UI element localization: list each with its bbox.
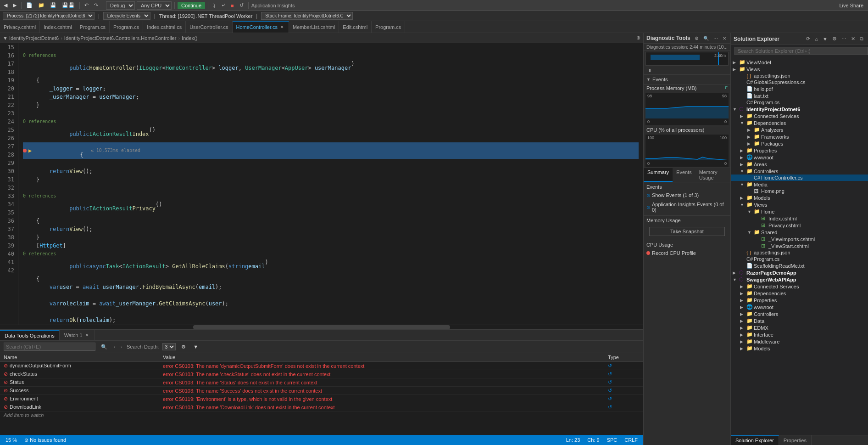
tree-viewstart[interactable]: ⊞ _ViewStart.cshtml <box>731 242 868 249</box>
tree-media[interactable]: ▼ 📁 Media <box>731 181 868 188</box>
tree-scaffolding[interactable]: 📄 ScaffoldingReadMe.txt <box>731 262 868 269</box>
tree-packages[interactable]: ▶ 📁 Packages <box>731 140 868 147</box>
tree-home-folder[interactable]: ▼ 📁 Home <box>731 208 868 215</box>
process-dropdown[interactable]: Process: [2172] IdentityProjectDotnet6.e… <box>3 12 95 20</box>
tab-homecontroller-cs[interactable]: HomeController.cs ✕ <box>233 21 289 33</box>
lifecycle-dropdown[interactable]: Lifecycle Events <box>103 12 150 20</box>
tab-data-tools[interactable]: Data Tools Operations <box>0 330 60 340</box>
watch-row-add[interactable]: Add item to watch <box>0 411 643 419</box>
cpu-dropdown[interactable]: Any CPU <box>137 1 172 10</box>
tab-index-cshtml[interactable]: Index.cshtml <box>40 21 76 33</box>
sol-more-btn[interactable]: ⋯ <box>840 35 848 43</box>
tree-views[interactable]: ▼ 📁 Views <box>731 201 868 208</box>
tab-privacy-cshtml[interactable]: Privacy.cshtml <box>0 21 40 33</box>
tree-privacy-cshtml[interactable]: ⊞ Privacy.cshtml <box>731 222 868 229</box>
record-cpu-btn[interactable]: Record CPU Profile <box>646 249 728 257</box>
tree-analyzers[interactable]: ▶ 📁 Analyzers <box>731 126 868 133</box>
tab-close-homecontroller[interactable]: ✕ <box>279 24 285 30</box>
tree-program-cs-top[interactable]: C# Program.cs <box>731 99 868 106</box>
tree-frameworks[interactable]: ▶ 📁 Frameworks <box>731 133 868 140</box>
sol-close-btn[interactable]: ✕ <box>849 35 857 43</box>
tree-swagger-connected[interactable]: ▶ 📁 Connected Services <box>731 283 868 290</box>
sol-tab-solution-explorer[interactable]: Solution Explorer <box>731 435 779 445</box>
redo-btn[interactable]: ↷ <box>92 1 100 9</box>
tree-razor-project[interactable]: ▶ ⬡ RazorPageDemoApp <box>731 269 868 276</box>
open-btn[interactable]: 📁 <box>36 1 46 9</box>
breadcrumb-part1[interactable]: ▼ IdentityProjectDotnet6 <box>3 35 59 41</box>
tree-viewmodel[interactable]: ▶ 📁 ViewModel <box>731 59 868 66</box>
depth-select[interactable]: 3 <box>162 343 176 350</box>
tree-program-cs[interactable]: C# Program.cs <box>731 256 868 262</box>
sol-float-btn[interactable]: ⧉ <box>858 35 865 43</box>
pause-events-btn[interactable]: ⏸ <box>646 68 654 73</box>
tree-swagger-wwwroot[interactable]: ▶ 🌐 wwwroot <box>731 304 868 310</box>
diag-tab-events[interactable]: Events <box>673 168 696 182</box>
tree-swagger-deps[interactable]: ▶ 📁 Dependencies <box>731 290 868 297</box>
diag-tab-memory[interactable]: Memory Usage <box>696 168 730 182</box>
watch-search-btn[interactable]: 🔍 <box>99 343 109 351</box>
watch-settings-btn[interactable]: ⚙ <box>179 343 188 351</box>
tree-swagger-middleware[interactable]: ▶ 📁 Middleware <box>731 338 868 345</box>
debug-dropdown[interactable]: Debug <box>106 1 135 10</box>
tree-connected-services[interactable]: ▶ 📁 Connected Services <box>731 113 868 119</box>
line-number[interactable]: Ln: 23 <box>564 437 582 443</box>
diag-search-btn[interactable]: 🔍 <box>702 35 710 41</box>
diag-close-btn[interactable]: ✕ <box>721 35 728 41</box>
no-issues[interactable]: ⊘ No issues found <box>22 437 68 443</box>
tree-swagger-controllers[interactable]: ▶ 📁 Controllers <box>731 310 868 317</box>
show-events-row[interactable]: ⊙ Show Events (1 of 3) <box>646 192 728 199</box>
sol-tab-properties[interactable]: Properties <box>779 435 812 445</box>
save-btn[interactable]: 💾 <box>48 1 58 9</box>
tab-edit-cshtml[interactable]: Edit.cshtml <box>339 21 372 33</box>
tree-areas[interactable]: ▶ 📁 Areas <box>731 161 868 168</box>
sol-filter-btn[interactable]: ▼ <box>821 35 829 43</box>
zoom-level[interactable]: 15 % <box>4 437 19 443</box>
undo-btn[interactable]: ↶ <box>83 1 90 9</box>
h-scrollbar[interactable] <box>0 325 643 329</box>
tree-wwwroot[interactable]: ▶ 🌐 wwwroot <box>731 154 868 161</box>
save-all-btn[interactable]: 💾💾 <box>60 1 77 9</box>
tree-controllers[interactable]: ▼ 📁 Controllers <box>731 168 868 175</box>
sol-search-input[interactable] <box>734 47 868 55</box>
watch-filter-btn[interactable]: ▼ <box>191 343 200 350</box>
tree-dependencies[interactable]: ▼ 📁 Dependencies <box>731 119 868 126</box>
tree-homecontroller[interactable]: C# HomeController.cs <box>731 175 868 181</box>
stack-frame-dropdown[interactable]: Stack Frame: IdentityProjectDotnet6.Cont… <box>261 12 353 20</box>
stop-btn[interactable]: ■ <box>229 2 236 9</box>
breadcrumb-part3[interactable]: Index() <box>182 35 197 41</box>
watch-search-input[interactable] <box>4 343 95 351</box>
take-snapshot-btn[interactable]: Take Snapshot <box>649 227 725 236</box>
new-file-btn[interactable]: 📄 <box>24 1 34 9</box>
sol-settings-btn[interactable]: ⚙ <box>830 35 839 43</box>
tree-swagger-edmx[interactable]: ▶ 📁 EDMX <box>731 324 868 331</box>
tree-global-suppressions[interactable]: C# GlobalSuppressions.cs <box>731 79 868 85</box>
tree-last-txt[interactable]: 📄 last.txt <box>731 92 868 99</box>
tree-hello-pdf[interactable]: 📄 hello.pdf <box>731 85 868 92</box>
tree-properties[interactable]: ▶ 📁 Properties <box>731 147 868 154</box>
step-into-btn[interactable]: ⤶ <box>219 1 227 9</box>
tab-program-cs-2[interactable]: Program.cs <box>110 21 143 33</box>
app-insights-row[interactable]: ⊙ Application Insights Events (0 of 0) <box>646 201 728 214</box>
tree-identity-project[interactable]: ▼ ⬡ IdentityProjectDotnet6 <box>731 106 868 113</box>
diag-tab-summary[interactable]: Summary <box>644 168 673 182</box>
spacing-type[interactable]: SPC <box>605 437 619 443</box>
continue-btn[interactable]: Continue <box>178 2 205 9</box>
tree-swagger-properties[interactable]: ▶ 📁 Properties <box>731 297 868 304</box>
diag-settings-btn[interactable]: ⚙ <box>693 35 700 41</box>
char-number[interactable]: Ch: 9 <box>585 437 601 443</box>
sol-sync-btn[interactable]: ⟳ <box>804 35 812 43</box>
code-content[interactable]: 0 references public HomeController(ILogg… <box>18 43 643 325</box>
tab-memberlist-cshtml[interactable]: MemberList.cshtml <box>289 21 339 33</box>
events-section-header[interactable]: ▼ Events <box>644 75 730 84</box>
scrollbar-thumb[interactable] <box>193 325 451 329</box>
breadcrumb-part2[interactable]: IdentityProjectDotnet6.Controllers.HomeC… <box>64 35 177 41</box>
tab-program-cs-1[interactable]: Program.cs <box>76 21 110 33</box>
tab-watch1-close[interactable]: ✕ <box>84 332 90 338</box>
live-share-btn[interactable]: Live Share <box>836 2 866 9</box>
tab-usercontroller-cs[interactable]: UserController.cs <box>186 21 232 33</box>
forward-btn[interactable]: ▶ <box>11 1 18 9</box>
add-bookmark-btn[interactable]: ⊕ <box>636 35 640 41</box>
tree-viewimports[interactable]: ⊞ _ViewImports.cshtml <box>731 236 868 242</box>
tab-watch1[interactable]: Watch 1 ✕ <box>60 330 95 340</box>
tree-shared-folder[interactable]: ▼ 📁 Shared <box>731 229 868 236</box>
